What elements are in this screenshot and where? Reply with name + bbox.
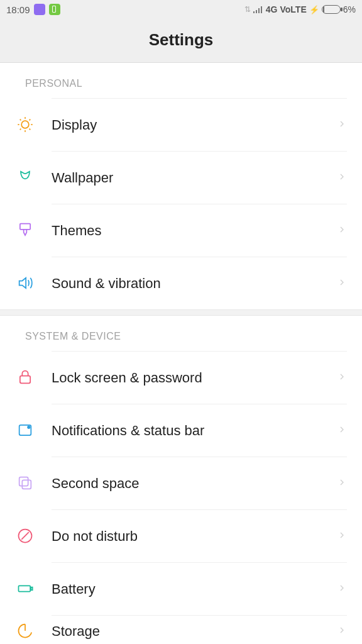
do-not-disturb-icon [15, 526, 35, 546]
chevron-right-icon [337, 172, 347, 184]
chevron-right-icon [337, 477, 347, 490]
svg-rect-9 [19, 586, 31, 591]
page-title: Settings [0, 30, 362, 50]
page-header: Settings [0, 19, 362, 63]
sun-icon [15, 114, 35, 135]
status-app-icon [34, 4, 45, 15]
battery-settings-icon [15, 579, 35, 599]
settings-item-label: Do not disturb [52, 528, 138, 545]
settings-item-label: Battery [52, 581, 96, 597]
settings-item-sound[interactable]: Sound & vibration [0, 257, 362, 309]
tulip-icon [15, 167, 35, 187]
status-time: 18:09 [6, 4, 30, 15]
storage-icon [15, 621, 35, 641]
chevron-right-icon [337, 530, 347, 543]
settings-item-themes[interactable]: Themes [0, 204, 362, 257]
settings-item-lock-screen[interactable]: Lock screen & password [0, 351, 362, 404]
settings-item-label: Sound & vibration [52, 275, 161, 292]
chevron-right-icon [337, 425, 347, 437]
section-label-system: SYSTEM & DEVICE [0, 316, 362, 351]
svg-point-0 [21, 121, 29, 128]
data-arrows-icon: ⇅ [244, 5, 251, 14]
charging-icon: ⚡ [309, 5, 319, 14]
chevron-right-icon [337, 625, 347, 638]
settings-item-battery[interactable]: Battery [0, 562, 362, 615]
status-battery-app-icon [49, 4, 60, 15]
volte-label: VoLTE [280, 4, 307, 14]
settings-item-label: Themes [52, 223, 101, 239]
settings-item-second-space[interactable]: Second space [0, 457, 362, 509]
settings-item-wallpaper[interactable]: Wallpaper [0, 151, 362, 204]
settings-item-label: Second space [52, 475, 139, 492]
battery-percent: 6% [343, 4, 356, 14]
svg-point-4 [28, 426, 30, 429]
svg-rect-1 [20, 224, 30, 230]
svg-rect-6 [22, 480, 31, 489]
svg-rect-2 [20, 376, 30, 384]
personal-list: Display Wallpaper Themes [0, 98, 362, 309]
settings-item-label: Display [52, 117, 97, 133]
chevron-right-icon [337, 225, 347, 237]
settings-item-dnd[interactable]: Do not disturb [0, 509, 362, 562]
section-label-personal: PERSONAL [0, 63, 362, 98]
settings-item-notifications[interactable]: Notifications & status bar [0, 404, 362, 457]
settings-item-label: Notifications & status bar [52, 423, 204, 439]
chevron-right-icon [337, 372, 347, 384]
chevron-right-icon [337, 583, 347, 596]
notification-bar-icon [15, 420, 35, 440]
battery-icon [322, 5, 341, 14]
svg-rect-10 [31, 587, 32, 591]
speaker-icon [15, 273, 35, 293]
chevron-right-icon [337, 277, 347, 290]
signal-icon [253, 6, 263, 13]
settings-item-display[interactable]: Display [0, 98, 362, 151]
system-list: Lock screen & password Notifications & s… [0, 351, 362, 644]
second-space-icon [15, 473, 35, 493]
network-type: 4G [266, 4, 278, 14]
settings-item-label: Wallpaper [52, 170, 113, 186]
status-bar: 18:09 ⇅ 4G VoLTE ⚡ 6% [0, 0, 362, 19]
settings-item-label: Storage [52, 623, 100, 640]
svg-line-8 [21, 532, 29, 540]
svg-rect-5 [19, 477, 28, 486]
settings-item-label: Lock screen & password [52, 370, 202, 386]
settings-item-storage[interactable]: Storage [0, 615, 362, 644]
chevron-right-icon [337, 119, 347, 131]
brush-icon [15, 220, 35, 240]
lock-icon [15, 367, 35, 387]
